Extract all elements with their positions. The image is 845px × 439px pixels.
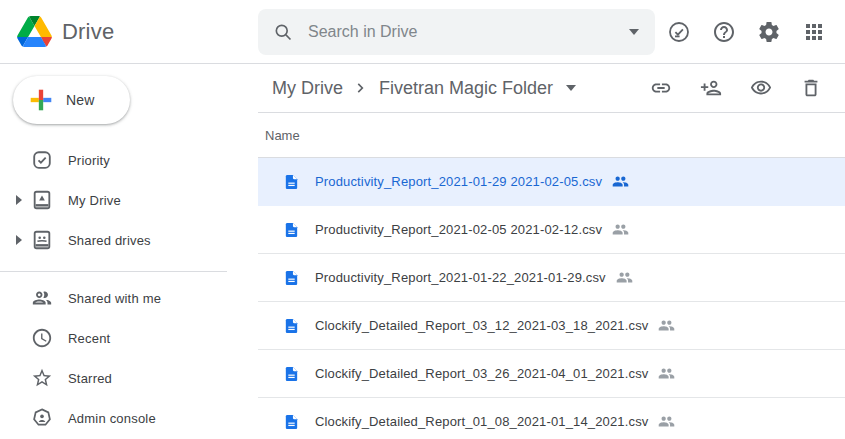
trash-icon xyxy=(800,77,822,99)
shared-people-icon xyxy=(616,269,633,286)
main-content: My Drive Fivetran Magic Folder xyxy=(258,64,845,439)
my-drive-icon xyxy=(31,189,53,211)
sidebar-item-label: Shared drives xyxy=(68,233,151,248)
appbar-actions xyxy=(667,20,845,44)
app-bar: Drive xyxy=(0,0,845,64)
csv-file-icon xyxy=(283,172,300,192)
gear-icon xyxy=(757,20,781,44)
folder-menu-caret-icon[interactable] xyxy=(566,85,576,91)
person-add-icon xyxy=(700,77,722,99)
new-button-label: New xyxy=(66,92,95,108)
search-input[interactable] xyxy=(306,22,629,42)
sidebar-item-label: Recent xyxy=(68,331,110,346)
sidebar-item-starred[interactable]: Starred xyxy=(0,358,258,398)
search-options-caret-icon[interactable] xyxy=(629,29,639,35)
drive-home-link[interactable]: Drive xyxy=(0,16,258,47)
search-icon[interactable] xyxy=(273,22,293,42)
name-column-label: Name xyxy=(265,128,300,143)
sidebar-item-label: Starred xyxy=(68,371,112,386)
file-list: Productivity_Report_2021-01-29 2021-02-0… xyxy=(258,158,845,439)
share-button[interactable] xyxy=(699,76,723,100)
file-row[interactable]: Productivity_Report_2021-02-05 2021-02-1… xyxy=(258,206,845,254)
file-name: Clockify_Detailed_Report_03_12_2021-03_1… xyxy=(315,318,648,333)
star-icon xyxy=(31,367,53,389)
shared-with-me-icon xyxy=(31,287,53,309)
shared-people-icon xyxy=(658,365,675,382)
eye-icon xyxy=(750,77,772,99)
folder-toolbar: My Drive Fivetran Magic Folder xyxy=(258,64,845,113)
sidebar-item-my-drive[interactable]: My Drive xyxy=(0,180,258,220)
sidebar-item-priority[interactable]: Priority xyxy=(0,140,258,180)
clock-icon xyxy=(31,327,53,349)
preview-button[interactable] xyxy=(749,76,773,100)
chevron-right-icon xyxy=(351,78,371,98)
file-row[interactable]: Productivity_Report_2021-01-29 2021-02-0… xyxy=(258,158,845,206)
csv-file-icon xyxy=(283,412,300,432)
admin-console-icon xyxy=(31,407,53,429)
file-name: Productivity_Report_2021-02-05 2021-02-1… xyxy=(315,222,602,237)
expand-arrow-icon[interactable] xyxy=(16,195,22,205)
sidebar-item-admin-console[interactable]: Admin console xyxy=(0,398,258,438)
file-name: Clockify_Detailed_Report_01_08_2021-01_1… xyxy=(315,414,648,429)
file-name: Clockify_Detailed_Report_03_26_2021-04_0… xyxy=(315,366,648,381)
sidebar-item-label: Priority xyxy=(68,153,110,168)
sidebar-divider xyxy=(0,271,227,272)
csv-file-icon xyxy=(283,268,300,288)
shared-drives-icon xyxy=(31,229,53,251)
csv-file-icon xyxy=(283,364,300,384)
google-apps-button[interactable] xyxy=(802,20,826,44)
name-column-header[interactable]: Name xyxy=(258,113,845,158)
product-name: Drive xyxy=(62,19,114,45)
sidebar: New Priority xyxy=(0,64,258,439)
new-button[interactable]: New xyxy=(13,76,130,124)
drive-logo-icon xyxy=(17,16,52,47)
link-icon xyxy=(650,77,672,99)
shared-people-icon xyxy=(612,173,629,190)
csv-file-icon xyxy=(283,316,300,336)
sidebar-item-shared-drives[interactable]: Shared drives xyxy=(0,220,258,260)
file-row[interactable]: Clockify_Detailed_Report_01_08_2021-01_1… xyxy=(258,398,845,439)
breadcrumb: My Drive Fivetran Magic Folder xyxy=(266,75,576,102)
settings-button[interactable] xyxy=(757,20,781,44)
file-row[interactable]: Clockify_Detailed_Report_03_12_2021-03_1… xyxy=(258,302,845,350)
apps-grid-icon xyxy=(802,20,826,44)
search-bar[interactable] xyxy=(258,9,655,55)
file-name: Productivity_Report_2021-01-22_2021-01-2… xyxy=(315,270,606,285)
expand-arrow-icon[interactable] xyxy=(16,235,22,245)
breadcrumb-my-drive[interactable]: My Drive xyxy=(266,75,349,102)
offline-status-button[interactable] xyxy=(667,20,691,44)
shared-people-icon xyxy=(612,221,629,238)
shared-people-icon xyxy=(658,413,675,430)
csv-file-icon xyxy=(283,220,300,240)
sidebar-item-shared-with-me[interactable]: Shared with me xyxy=(0,278,258,318)
help-icon xyxy=(712,20,736,44)
get-link-button[interactable] xyxy=(649,76,673,100)
breadcrumb-current-folder[interactable]: Fivetran Magic Folder xyxy=(373,75,559,102)
sidebar-item-recent[interactable]: Recent xyxy=(0,318,258,358)
sidebar-item-label: My Drive xyxy=(68,193,121,208)
shared-people-icon xyxy=(658,317,675,334)
sidebar-item-label: Admin console xyxy=(68,411,156,426)
toolbar-actions xyxy=(649,76,823,100)
priority-icon xyxy=(31,149,53,171)
check-circle-icon xyxy=(667,20,691,44)
plus-icon xyxy=(28,87,54,113)
file-name: Productivity_Report_2021-01-29 2021-02-0… xyxy=(315,174,602,189)
sidebar-item-label: Shared with me xyxy=(68,291,161,306)
help-button[interactable] xyxy=(712,20,736,44)
file-row[interactable]: Clockify_Detailed_Report_03_26_2021-04_0… xyxy=(258,350,845,398)
delete-button[interactable] xyxy=(799,76,823,100)
file-row[interactable]: Productivity_Report_2021-01-22_2021-01-2… xyxy=(258,254,845,302)
